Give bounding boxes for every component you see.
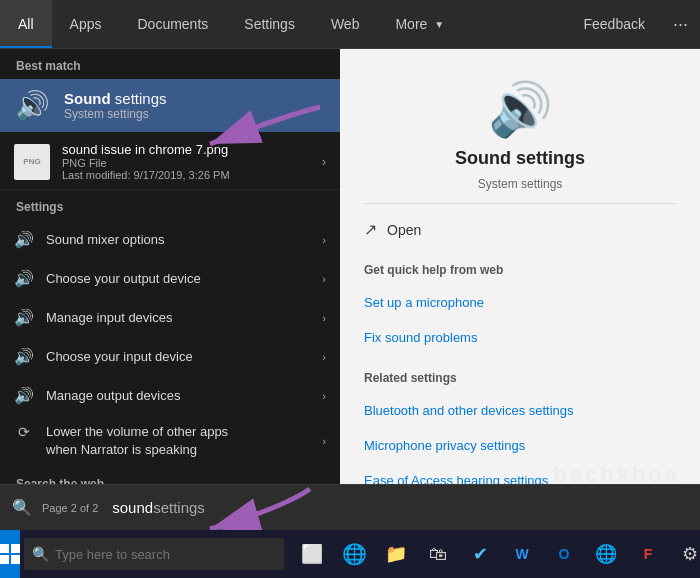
best-match-title: Sound settings <box>64 90 326 107</box>
settings-item-text-3: Manage input devices <box>46 310 310 325</box>
search-bar-icon: 🔍 <box>12 498 32 517</box>
main-content: Best match 🔊 Sound settings System setti… <box>0 49 700 484</box>
file-text: sound issue in chrome 7.png PNG File Las… <box>62 142 310 181</box>
more-options-button[interactable]: ··· <box>661 0 700 48</box>
manage-output-icon: 🔊 <box>14 386 34 405</box>
search-current-value: sound <box>112 499 153 516</box>
start-menu: All Apps Documents Settings Web More ▼ F… <box>0 0 700 530</box>
sound-mixer-icon: 🔊 <box>14 230 34 249</box>
best-match-text: Sound settings System settings <box>64 90 326 121</box>
settings-item-text-2: Choose your output device <box>46 271 310 286</box>
windows-logo-icon <box>0 544 20 564</box>
input-device-icon: 🔊 <box>14 347 34 366</box>
quick-help-link-1[interactable]: Set up a microphone <box>364 293 676 312</box>
best-match-item[interactable]: 🔊 Sound settings System settings <box>0 79 340 132</box>
chevron-icon-6: › <box>322 435 326 447</box>
web-search-label: Search the web <box>0 467 340 484</box>
file-name: sound issue in chrome 7.png <box>62 142 310 157</box>
tab-settings[interactable]: Settings <box>226 0 313 48</box>
file-explorer-icon[interactable]: 📁 <box>376 530 416 578</box>
chevron-icon-2: › <box>322 273 326 285</box>
related-link-2[interactable]: Microphone privacy settings <box>364 436 676 455</box>
settings-item-input-device[interactable]: 🔊 Choose your input device › <box>0 337 340 376</box>
file-type: PNG File <box>62 157 310 169</box>
settings-icon[interactable]: ⚙ <box>670 530 700 578</box>
right-panel-subtitle: System settings <box>478 177 563 191</box>
related-settings-title: Related settings <box>364 363 676 385</box>
settings-item-text: Sound mixer options <box>46 232 310 247</box>
settings-item-text-5: Manage output devices <box>46 388 310 403</box>
settings-item-manage-output[interactable]: 🔊 Manage output devices › <box>0 376 340 415</box>
right-panel: 🔊 Sound settings System settings ↗ Open … <box>340 49 700 484</box>
tab-apps[interactable]: Apps <box>52 0 120 48</box>
open-action[interactable]: ↗ Open <box>364 220 676 239</box>
svg-rect-4 <box>0 555 9 564</box>
best-match-label: Best match <box>0 49 340 79</box>
open-label: Open <box>387 222 421 238</box>
settings-item-manage-input[interactable]: 🔊 Manage input devices › <box>0 298 340 337</box>
search-placeholder-text: settings <box>153 499 205 516</box>
page-number: Page 2 of 2 <box>42 502 98 514</box>
quick-help-title: Get quick help from web <box>364 255 676 277</box>
settings-item-lower-volume[interactable]: ⟳ Lower the volume of other appswhen Nar… <box>0 415 340 467</box>
chrome-icon[interactable]: 🌐 <box>586 530 626 578</box>
tab-documents[interactable]: Documents <box>119 0 226 48</box>
tab-more[interactable]: More ▼ <box>377 0 462 48</box>
settings-label: Settings <box>0 190 340 220</box>
file-date: Last modified: 9/17/2019, 3:26 PM <box>62 169 310 181</box>
settings-item-text-6: Lower the volume of other appswhen Narra… <box>46 423 310 459</box>
search-input-wrapper: soundsettings <box>112 499 688 516</box>
chevron-icon-3: › <box>322 312 326 324</box>
right-panel-header: 🔊 Sound settings System settings <box>364 79 676 204</box>
lower-volume-icon: ⟳ <box>14 424 34 440</box>
start-button[interactable] <box>0 530 20 578</box>
outlook-icon[interactable]: O <box>544 530 584 578</box>
best-match-subtitle: System settings <box>64 107 326 121</box>
quick-help-link-2[interactable]: Fix sound problems <box>364 328 676 347</box>
taskbar-icons: ⬜ 🌐 📁 🛍 ✔ W O 🌐 F ⚙ 🔄 ▶ <box>292 530 700 578</box>
related-link-1[interactable]: Bluetooth and other devices settings <box>364 401 676 420</box>
file-chevron-icon: › <box>322 155 326 169</box>
svg-rect-5 <box>11 555 20 564</box>
word-icon[interactable]: W <box>502 530 542 578</box>
file-result-item[interactable]: PNG sound issue in chrome 7.png PNG File… <box>0 134 340 190</box>
tab-web[interactable]: Web <box>313 0 378 48</box>
tab-all[interactable]: All <box>0 0 52 48</box>
taskbar: 🔍 ⬜ 🌐 📁 🛍 ✔ W O 🌐 F ⚙ 🔄 ▶ ∧ 🔊 🌐 9:41 AM1… <box>0 530 700 578</box>
chevron-icon-5: › <box>322 390 326 402</box>
sound-large-icon: 🔊 <box>488 79 553 140</box>
foxit-icon[interactable]: F <box>628 530 668 578</box>
open-icon: ↗ <box>364 220 377 239</box>
right-panel-title: Sound settings <box>455 148 585 169</box>
search-bar: 🔍 Page 2 of 2 soundsettings <box>0 484 700 530</box>
chevron-icon-1: › <box>322 234 326 246</box>
file-thumbnail: PNG <box>14 144 50 180</box>
edge-browser-icon[interactable]: 🌐 <box>334 530 374 578</box>
svg-rect-2 <box>0 544 9 553</box>
settings-item-sound-mixer[interactable]: 🔊 Sound mixer options › <box>0 220 340 259</box>
settings-item-output-device[interactable]: 🔊 Choose your output device › <box>0 259 340 298</box>
related-link-3[interactable]: Ease of Access hearing settings <box>364 471 676 484</box>
taskbar-search-bar[interactable]: 🔍 <box>24 538 284 570</box>
mail-icon[interactable]: ✔ <box>460 530 500 578</box>
store-icon[interactable]: 🛍 <box>418 530 458 578</box>
manage-input-icon: 🔊 <box>14 308 34 327</box>
task-view-button[interactable]: ⬜ <box>292 530 332 578</box>
sound-settings-icon: 🔊 <box>14 89 50 122</box>
feedback-button[interactable]: Feedback <box>568 0 661 48</box>
settings-item-text-4: Choose your input device <box>46 349 310 364</box>
output-device-icon: 🔊 <box>14 269 34 288</box>
nav-bar: All Apps Documents Settings Web More ▼ F… <box>0 0 700 49</box>
chevron-down-icon: ▼ <box>434 19 444 30</box>
svg-rect-3 <box>11 544 20 553</box>
taskbar-search-input[interactable] <box>55 547 276 562</box>
chevron-icon-4: › <box>322 351 326 363</box>
taskbar-search-icon: 🔍 <box>32 546 49 562</box>
left-panel: Best match 🔊 Sound settings System setti… <box>0 49 340 484</box>
